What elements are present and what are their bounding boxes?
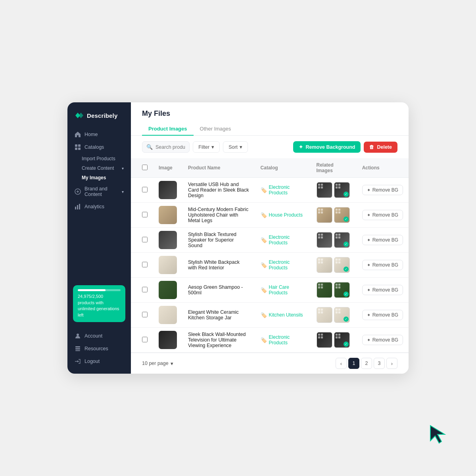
pagination-next[interactable]: › xyxy=(386,358,397,369)
svg-rect-59 xyxy=(338,311,340,313)
search-box[interactable]: 🔍 xyxy=(142,141,190,153)
tab-product-images[interactable]: Product Images xyxy=(142,123,194,136)
row-checkbox[interactable] xyxy=(142,287,148,292)
row-checkbox[interactable] xyxy=(142,262,148,267)
remove-bg-row-button[interactable]: ✦ Remove BG xyxy=(362,185,403,195)
remove-background-button[interactable]: ✦ Remove Background xyxy=(293,141,361,153)
svg-rect-21 xyxy=(321,209,322,211)
row-image-cell xyxy=(153,278,182,303)
remove-bg-icon: ✦ xyxy=(299,144,303,150)
svg-rect-25 xyxy=(338,209,340,211)
tabs: Product Images Other Images xyxy=(142,123,397,135)
svg-rect-38 xyxy=(318,261,320,263)
related-image-badge: ✓ xyxy=(344,217,349,222)
remove-bg-row-button[interactable]: ✦ Remove BG xyxy=(362,235,403,245)
catalogs-icon xyxy=(75,144,81,150)
related-image-thumb xyxy=(317,307,332,323)
logout-icon xyxy=(75,358,81,365)
pagination-prev[interactable]: ‹ xyxy=(336,358,347,369)
catalog-name: Electronic Products xyxy=(269,334,305,345)
related-image-thumb xyxy=(317,332,332,348)
row-product-name-cell: Elegant White Ceramic Kitchen Storage Ja… xyxy=(182,303,255,328)
sidebar-item-import-products[interactable]: Import Products xyxy=(67,154,131,163)
svg-rect-40 xyxy=(335,259,337,261)
import-products-label: Import Products xyxy=(82,156,115,161)
svg-rect-16 xyxy=(335,184,337,186)
tab-other-images[interactable]: Other Images xyxy=(194,123,238,136)
svg-rect-0 xyxy=(75,144,77,147)
svg-rect-62 xyxy=(318,336,320,338)
row-actions-cell: ✦ Remove BG xyxy=(357,178,409,203)
row-checkbox[interactable] xyxy=(142,212,148,217)
remove-bg-row-button[interactable]: ✦ Remove BG xyxy=(362,210,403,220)
svg-rect-13 xyxy=(321,184,322,186)
related-image-thumb xyxy=(317,182,332,198)
sidebar-item-analytics[interactable]: Analytics xyxy=(67,201,131,213)
svg-rect-50 xyxy=(335,286,337,288)
remove-bg-row-button[interactable]: ✦ Remove BG xyxy=(362,260,403,270)
remove-bg-row-button[interactable]: ✦ Remove BG xyxy=(362,335,403,345)
product-name: Sleek Black Wall-Mounted Television for … xyxy=(188,332,250,348)
wand-icon: ✦ xyxy=(367,238,370,243)
row-checkbox-cell xyxy=(131,253,153,278)
svg-rect-37 xyxy=(321,259,322,261)
row-checkbox[interactable] xyxy=(142,237,148,242)
sidebar: Describely Home Catalogs Import Products xyxy=(67,102,131,374)
catalog-icon: 🏷️ xyxy=(261,237,267,243)
svg-rect-6 xyxy=(77,205,78,209)
search-input[interactable] xyxy=(155,144,185,150)
wand-icon: ✦ xyxy=(367,263,370,268)
sidebar-item-resources[interactable]: Resources xyxy=(67,343,131,355)
chevron-down-icon: ▾ xyxy=(122,166,124,171)
product-image xyxy=(159,231,177,249)
svg-rect-31 xyxy=(321,236,322,238)
catalog-icon: 🏷️ xyxy=(261,212,267,218)
remove-bg-row-button[interactable]: ✦ Remove BG xyxy=(362,285,403,295)
col-actions: Actions xyxy=(357,158,409,178)
row-checkbox[interactable] xyxy=(142,312,148,317)
related-image-badge: ✓ xyxy=(344,342,349,347)
sidebar-home-label: Home xyxy=(84,132,98,137)
create-content-label: Create Content xyxy=(82,165,114,171)
sidebar-item-catalogs[interactable]: Catalogs xyxy=(67,141,131,153)
row-checkbox[interactable] xyxy=(142,337,148,342)
row-product-name-cell: Mid-Century Modern Fabric Upholstered Ch… xyxy=(182,203,255,228)
sidebar-item-create-content[interactable]: Create Content ▾ xyxy=(67,163,131,173)
pagination-page-1[interactable]: 1 xyxy=(348,358,359,369)
sort-button[interactable]: Sort ▾ xyxy=(223,141,248,153)
pagination-page-2[interactable]: 2 xyxy=(361,358,372,369)
pagination-page-3[interactable]: 3 xyxy=(374,358,385,369)
sidebar-item-home[interactable]: Home xyxy=(67,129,131,140)
product-image xyxy=(159,331,177,349)
remove-bg-row-button[interactable]: ✦ Remove BG xyxy=(362,310,403,320)
related-image-thumb xyxy=(317,257,332,273)
row-actions-cell: ✦ Remove BG xyxy=(357,203,409,228)
related-images: ✓ xyxy=(317,332,351,348)
svg-rect-1 xyxy=(78,144,81,147)
filter-button[interactable]: Filter ▾ xyxy=(193,141,220,153)
table-row: Sleek Black Wall-Mounted Television for … xyxy=(131,328,409,353)
related-images: ✓ xyxy=(317,232,351,248)
svg-rect-36 xyxy=(318,259,320,261)
sidebar-item-account[interactable]: Account xyxy=(67,330,131,342)
row-checkbox[interactable] xyxy=(142,187,148,192)
sidebar-item-logout[interactable]: Logout xyxy=(67,355,131,367)
delete-button[interactable]: 🗑 Delete xyxy=(364,142,397,153)
product-image xyxy=(159,256,177,274)
row-checkbox-cell xyxy=(131,178,153,203)
svg-rect-49 xyxy=(338,284,340,286)
catalog-name: Hair Care Products xyxy=(269,284,305,296)
svg-rect-61 xyxy=(321,334,322,336)
account-label: Account xyxy=(84,333,102,339)
select-all-checkbox[interactable] xyxy=(142,165,148,170)
sort-chevron-icon: ▾ xyxy=(240,144,242,150)
row-checkbox-cell xyxy=(131,303,153,328)
svg-rect-45 xyxy=(321,284,322,286)
per-page-selector[interactable]: 10 per page ▾ xyxy=(142,361,173,367)
sidebar-item-brand-content[interactable]: Brand and Content ▾ xyxy=(67,183,131,200)
sidebar-item-my-images[interactable]: My Images xyxy=(67,173,131,182)
row-actions-cell: ✦ Remove BG xyxy=(357,303,409,328)
svg-rect-54 xyxy=(318,311,320,313)
pagination: ‹ 1 2 3 › xyxy=(336,358,397,369)
table-row: Versatile USB Hub and Card Reader in Sle… xyxy=(131,178,409,203)
